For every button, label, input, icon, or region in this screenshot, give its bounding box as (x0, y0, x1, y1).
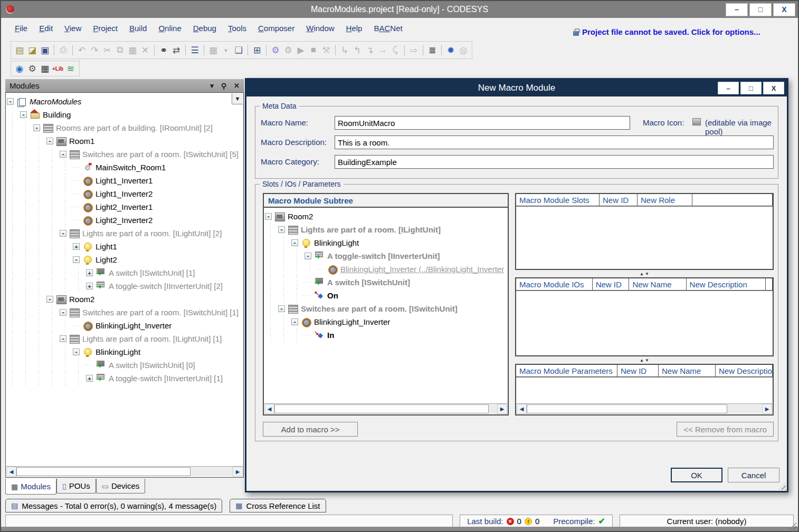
breakpoints-icon[interactable]: ≣ (426, 43, 439, 57)
subtree-hscrollbar[interactable]: ◀ ▶ (264, 403, 507, 414)
tree-item[interactable]: -BlinkingLight (264, 236, 508, 249)
menu-project[interactable]: Project (93, 24, 118, 33)
macro-name-input[interactable] (335, 116, 630, 130)
collapse-icon[interactable]: - (73, 349, 80, 355)
tree-item[interactable]: Light2_Inverter2 (6, 214, 243, 227)
tab-pous[interactable]: ▯POUs (56, 479, 96, 494)
tree-item[interactable]: -Room2 (6, 293, 243, 306)
tree-item[interactable]: +A toggle-switch [IInverterUnit] [1] (6, 372, 243, 385)
login-icon[interactable]: ⚙ (269, 43, 282, 57)
collapse-icon[interactable]: - (265, 213, 272, 220)
menu-window[interactable]: Window (306, 24, 334, 33)
composer-chart-icon[interactable]: ≋ (64, 62, 77, 75)
close-button[interactable]: X (773, 3, 795, 16)
library-icon[interactable]: ☰ (188, 43, 201, 57)
build-icon[interactable]: ⊞ (251, 43, 263, 57)
collapse-icon[interactable]: - (46, 138, 53, 144)
collapse-icon[interactable]: - (60, 151, 66, 158)
tab-modules[interactable]: ▦Modules (5, 479, 56, 495)
column-header[interactable]: Macro Module Slots (516, 194, 600, 206)
column-header[interactable]: New ID (593, 278, 630, 291)
tree-item[interactable]: -Rooms are part of a building. [IRoomUni… (6, 121, 243, 134)
tree-item[interactable]: A switch [ISwitchUnit] (264, 276, 508, 289)
dialog-minimize-button[interactable]: – (718, 82, 739, 94)
tree-item[interactable]: -Building (6, 108, 243, 121)
menu-file[interactable]: File (15, 24, 27, 33)
cross-reference-tab[interactable]: ▦ Cross Reference List (230, 499, 326, 512)
tree-item[interactable]: -Lights are part of a room. [ILightUnit]… (6, 332, 243, 345)
tree-item[interactable]: -Light2 (6, 253, 243, 266)
collapse-icon[interactable]: - (278, 226, 285, 233)
scroll-right-icon[interactable]: ▶ (497, 404, 507, 414)
tree-item[interactable]: -BlinkingLight (6, 345, 243, 359)
tree-item[interactable]: MainSwitch_Room1 (6, 161, 243, 174)
collapse-icon[interactable]: - (33, 124, 40, 131)
new-file-icon[interactable]: ▤ (13, 43, 26, 57)
splitter-ios-params[interactable]: ▲▼ (515, 357, 774, 363)
expand-icon[interactable]: + (86, 283, 93, 289)
cancel-button[interactable]: Cancel (728, 468, 779, 482)
collapse-icon[interactable]: - (46, 296, 53, 303)
menu-bacnet[interactable]: BACNet (374, 24, 402, 33)
find-icon[interactable]: ⚭ (157, 43, 170, 57)
column-header[interactable]: New Role (638, 194, 692, 206)
collapse-icon[interactable]: - (291, 239, 298, 246)
ok-button[interactable]: OK (671, 468, 722, 482)
column-header[interactable]: New Name (659, 365, 716, 377)
expand-icon[interactable]: + (73, 243, 80, 250)
menu-build[interactable]: Build (129, 24, 147, 33)
tree-item[interactable]: -MacroModules (6, 95, 243, 108)
tree-item[interactable]: +Light1 (6, 240, 243, 253)
pin-icon[interactable]: ⚲ (221, 82, 226, 90)
column-header[interactable]: New Description (716, 365, 773, 377)
replace-icon[interactable]: ⇄ (170, 43, 183, 57)
tree-item[interactable]: A switch [ISwitchUnit] [0] (6, 359, 243, 372)
composer-modules-icon[interactable]: ▦ (39, 62, 51, 75)
tree-item[interactable]: -Room2 (264, 210, 508, 223)
open-project-icon[interactable]: ◪ (26, 43, 39, 57)
menu-tools[interactable]: Tools (228, 24, 246, 33)
tree-item[interactable]: Light2_Inverter1 (6, 200, 243, 214)
tree-item[interactable]: -Switches are part of a room. [ISwitchUn… (6, 148, 243, 161)
expand-icon[interactable]: + (86, 269, 93, 276)
tree-item[interactable]: -Switches are part of a room. [ISwitchUn… (264, 302, 508, 315)
menu-help[interactable]: Help (346, 24, 363, 33)
tree-item[interactable]: On (264, 289, 508, 302)
tree-item[interactable]: -Lights are part of a room. [ILightUnit] (264, 223, 508, 236)
minimize-button[interactable]: – (726, 3, 748, 16)
maximize-button[interactable]: □ (749, 3, 772, 16)
column-header[interactable]: New ID (600, 194, 638, 206)
dialog-maximize-button[interactable]: □ (740, 82, 762, 94)
save-icon[interactable]: ▣ (39, 43, 51, 57)
collapse-icon[interactable]: - (60, 230, 66, 237)
tree-item[interactable]: Light1_Inverter2 (6, 187, 243, 200)
dialog-resize-grip[interactable] (778, 482, 786, 490)
column-header[interactable]: New Name (629, 278, 686, 291)
tree-item[interactable]: BlinkingLight_Inverter (6, 319, 243, 332)
menu-online[interactable]: Online (158, 24, 181, 33)
remove-from-macro-button[interactable]: << Remove from macro (677, 422, 774, 437)
tab-devices[interactable]: ▭Devices (96, 479, 146, 494)
tree-item[interactable]: -BlinkingLight_Inverter (264, 315, 508, 328)
scroll-left-icon[interactable]: ◀ (264, 404, 274, 414)
params-hscrollbar[interactable]: ◀ ▶ (517, 403, 772, 414)
column-header[interactable]: New ID (617, 365, 659, 377)
modules-tree-hscrollbar[interactable]: ◀ ▶ (6, 466, 243, 477)
composer-addlib-icon[interactable]: +Lib (51, 62, 64, 75)
collapse-icon[interactable]: - (60, 309, 66, 316)
collapse-icon[interactable]: - (60, 335, 66, 342)
panel-menu-icon[interactable]: ▾ (210, 82, 214, 90)
tree-item[interactable]: -Lights are part of a room. [ILightUnit]… (6, 227, 243, 240)
menu-edit[interactable]: Edit (39, 24, 53, 33)
macro-icon-preview[interactable] (692, 118, 701, 125)
tree-item[interactable]: Light1_Inverter1 (6, 174, 243, 187)
scroll-left-icon[interactable]: ◀ (517, 404, 527, 414)
collapse-icon[interactable]: - (7, 98, 14, 105)
splitter-slots-ios[interactable]: ▲▼ (515, 271, 774, 276)
readonly-notice[interactable]: Project file cannot be saved. Click for … (573, 27, 760, 36)
scroll-thumb[interactable] (16, 467, 191, 476)
composer-sync-icon[interactable]: ◉ (13, 62, 26, 75)
column-header[interactable]: Macro Module IOs (516, 278, 593, 291)
collapse-icon[interactable]: - (278, 305, 285, 312)
tree-item[interactable]: +A switch [ISwitchUnit] [1] (6, 266, 243, 279)
